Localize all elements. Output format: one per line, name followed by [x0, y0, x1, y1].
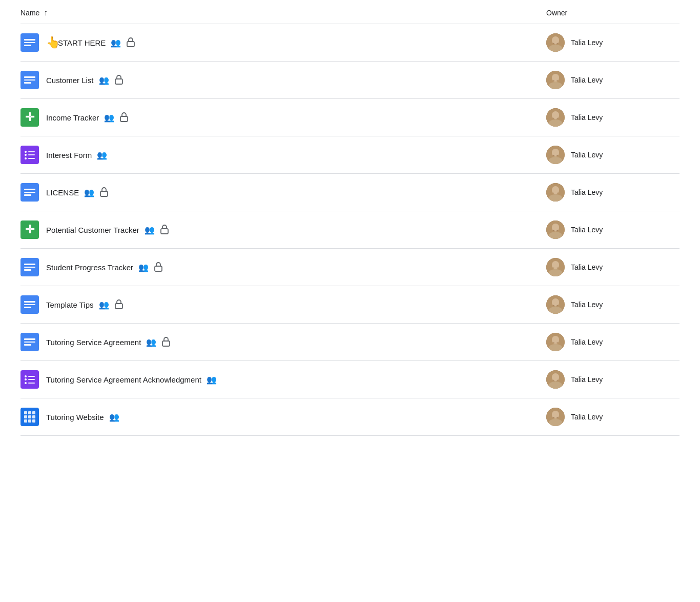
svg-point-20: [548, 159, 563, 164]
svg-point-38: [548, 271, 563, 276]
svg-point-24: [546, 183, 565, 202]
file-badges: 👥: [207, 375, 217, 385]
file-badges: 👥: [97, 150, 107, 160]
svg-point-16: [553, 117, 555, 118]
svg-point-7: [546, 71, 565, 89]
file-icon-docs: [20, 333, 39, 351]
name-content: 👆START HERE👥: [46, 36, 135, 49]
file-name-text: Income Tracker: [46, 113, 99, 122]
owner-name: Talia Levy: [571, 300, 603, 309]
avatar: [546, 220, 565, 239]
table-row[interactable]: Tutoring Service Agreement Acknowledgmen…: [20, 361, 680, 398]
table-row[interactable]: LICENSE👥 Talia Levy: [20, 174, 680, 211]
row-name-col: ✛ Potential Customer Tracker👥: [20, 220, 546, 239]
row-name-col: Tutoring Service Agreement Acknowledgmen…: [20, 370, 546, 389]
table-row[interactable]: Tutoring Service Agreement👥 Talia Levy: [20, 324, 680, 361]
row-owner-col: Talia Levy: [546, 333, 680, 351]
file-icon-sheets: ✛: [20, 220, 39, 239]
svg-point-18: [546, 146, 565, 164]
row-owner-col: Talia Levy: [546, 408, 680, 426]
svg-point-22: [557, 155, 558, 156]
svg-point-56: [553, 379, 555, 380]
file-badges: 👥: [99, 74, 123, 86]
file-badges: 👥: [99, 299, 123, 311]
name-content: Tutoring Website👥: [46, 412, 119, 422]
name-content: Customer List👥: [46, 74, 123, 86]
file-icon-docs: [20, 183, 39, 202]
svg-rect-47: [162, 341, 170, 346]
file-name-text: Tutoring Website: [46, 413, 104, 422]
shared-icon: 👥: [109, 412, 119, 422]
svg-point-11: [557, 80, 558, 81]
shared-icon: 👥: [97, 150, 107, 160]
owner-name: Talia Levy: [571, 338, 603, 346]
owner-name: Talia Levy: [571, 413, 603, 421]
file-badges: 👥: [109, 412, 119, 422]
name-content: LICENSE👥: [46, 187, 109, 198]
svg-point-17: [557, 117, 558, 118]
table-row[interactable]: Interest Form👥 Talia Levy: [20, 136, 680, 174]
row-owner-col: Talia Levy: [546, 295, 680, 314]
file-badges: 👥: [111, 37, 135, 49]
row-owner-col: Talia Levy: [546, 370, 680, 389]
file-icon-docs: [20, 295, 39, 314]
table-row[interactable]: 👆START HERE👥 Talia Levy: [20, 24, 680, 62]
lock-icon: [160, 224, 169, 236]
svg-rect-35: [155, 266, 162, 271]
svg-point-55: [548, 384, 563, 389]
avatar: [546, 146, 565, 164]
table-row[interactable]: Template Tips👥 Talia Levy: [20, 286, 680, 324]
svg-point-26: [548, 196, 563, 202]
svg-point-36: [546, 258, 565, 276]
table-row[interactable]: Student Progress Tracker👥 Talia Levy: [20, 249, 680, 286]
svg-point-34: [557, 230, 558, 231]
row-owner-col: Talia Levy: [546, 108, 680, 127]
file-icon-sheets: ✛: [20, 108, 39, 127]
file-icon-docs: [20, 258, 39, 276]
table-row[interactable]: ✛ Potential Customer Tracker👥 Talia Levy: [20, 211, 680, 249]
file-name-text: Tutoring Service Agreement: [46, 338, 141, 347]
lock-icon: [114, 299, 123, 311]
lock-icon: [126, 37, 135, 49]
avatar: [546, 33, 565, 52]
svg-point-45: [553, 305, 555, 306]
svg-point-43: [552, 299, 559, 307]
svg-point-39: [553, 267, 555, 268]
svg-point-5: [557, 43, 558, 44]
row-owner-col: Talia Levy: [546, 258, 680, 276]
row-name-col: ✛ Income Tracker👥: [20, 108, 546, 127]
file-name-text: START HERE: [58, 38, 106, 47]
owner-name: Talia Levy: [571, 263, 603, 271]
svg-point-53: [546, 370, 565, 389]
svg-point-49: [552, 336, 559, 344]
table-row[interactable]: ✛ Income Tracker👥 Talia Levy: [20, 99, 680, 136]
owner-name: Talia Levy: [571, 226, 603, 234]
svg-point-40: [557, 267, 558, 268]
table-header: Name ↑ Owner: [20, 0, 680, 24]
svg-point-54: [552, 374, 559, 382]
name-content: Template Tips👥: [46, 299, 123, 311]
shared-icon: 👥: [145, 225, 155, 235]
sort-arrow-icon[interactable]: ↑: [44, 8, 48, 17]
table-row[interactable]: Tutoring Website👥 Talia Levy: [20, 398, 680, 436]
owner-name: Talia Levy: [571, 76, 603, 84]
file-name-text: Potential Customer Tracker: [46, 226, 139, 234]
svg-rect-41: [115, 304, 122, 309]
svg-point-60: [548, 421, 563, 426]
svg-point-8: [552, 74, 559, 82]
header-name-col[interactable]: Name ↑: [20, 8, 546, 17]
file-badges: 👥: [145, 224, 169, 236]
file-icon-docs: [20, 71, 39, 89]
svg-point-30: [546, 220, 565, 239]
svg-point-1: [546, 33, 565, 52]
file-badges: 👥: [84, 187, 109, 198]
row-owner-col: Talia Levy: [546, 33, 680, 52]
svg-point-37: [552, 262, 559, 269]
name-content: Tutoring Service Agreement Acknowledgmen…: [46, 375, 217, 385]
owner-name: Talia Levy: [571, 151, 603, 159]
lock-icon: [99, 187, 109, 198]
table-row[interactable]: Customer List👥 Talia Levy: [20, 62, 680, 99]
owner-name: Talia Levy: [571, 375, 603, 384]
svg-point-46: [557, 305, 558, 306]
shared-icon: 👥: [84, 188, 94, 197]
